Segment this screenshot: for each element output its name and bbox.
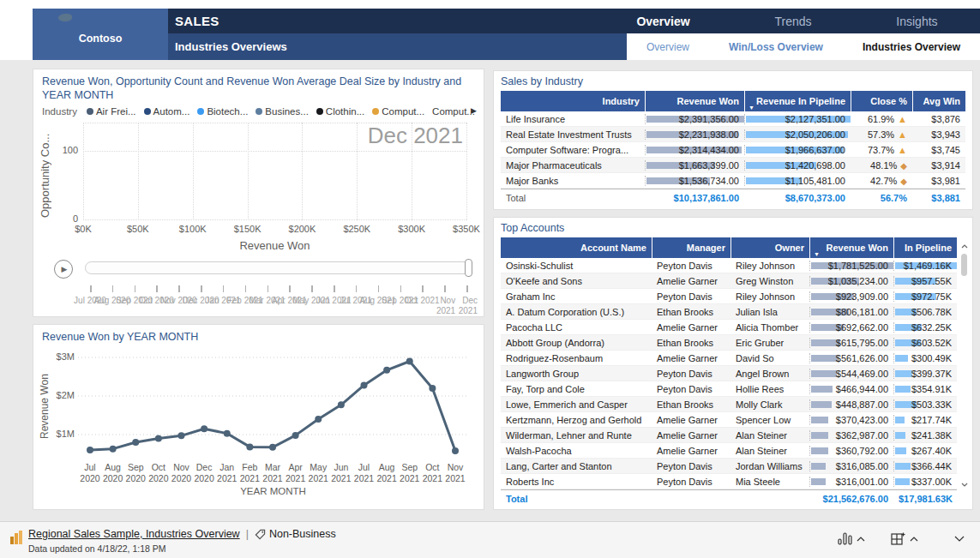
table-row[interactable]: Kertzmann, Herzog and GerholdAmelie Garn… [501, 412, 957, 428]
pipe-value: $1,420,698.00 [785, 160, 845, 171]
table-header-row: Account NameManagerOwnerRevenue Won▼In P… [501, 237, 957, 258]
table-row[interactable]: Real Estate Investment Trusts$2,231,938.… [501, 127, 965, 142]
line-data-point[interactable] [383, 367, 390, 374]
avg-win-cell: $3,914 [912, 160, 965, 171]
line-plot-area[interactable] [78, 347, 468, 460]
table-row[interactable]: Wilderman, Lehner and RunteAmelie Garner… [501, 428, 957, 443]
account-name-cell: Graham Inc [501, 291, 652, 302]
won-value: $1,035,234.00 [828, 276, 888, 286]
won-value: $2,231,938.00 [679, 129, 739, 140]
sub-tab-industries-overview[interactable]: Industries Overview [863, 41, 960, 53]
column-header-revenue-won[interactable]: Revenue Won▼ [809, 237, 893, 258]
line-data-point[interactable] [87, 447, 93, 453]
scroll-up-icon[interactable] [959, 242, 970, 250]
sub-tab-win-loss-overview[interactable]: Win/Loss Overview [729, 41, 823, 53]
pipe-cell: $1,966,637.00 [744, 145, 851, 155]
line-data-point[interactable] [132, 439, 139, 446]
data-bar-pipe [895, 370, 912, 377]
table-row[interactable]: O'Keefe and SonsAmelie GarnerGreg Winsto… [501, 273, 957, 289]
table-row[interactable]: A. Datum Corporation (U.S.)Ethan BrooksJ… [501, 304, 957, 320]
table-row[interactable]: Computer Software: Progra...$2,314,434.0… [501, 142, 965, 158]
total-label: Total [501, 494, 652, 504]
column-header-owner[interactable]: Owner [730, 237, 809, 258]
table-row[interactable]: Lang, Carter and StantonPeyton DavisJord… [501, 459, 957, 474]
total-pipeline: $17,981.63K [893, 494, 957, 504]
line-data-point[interactable] [452, 447, 459, 454]
legend-item[interactable]: Biotech... [197, 106, 248, 117]
manager-cell: Peyton Davis [652, 461, 730, 471]
table-row[interactable]: Major Pharmaceuticals$1,663,399.00$1,420… [501, 158, 965, 173]
column-header-manager[interactable]: Manager [652, 237, 730, 258]
play-axis-slider-handle[interactable] [465, 259, 472, 277]
scroll-down-icon[interactable] [959, 480, 970, 489]
legend-item[interactable]: Busines... [256, 106, 309, 117]
top-tab-overview[interactable]: Overview [636, 15, 689, 28]
top-tab-insights[interactable]: Insights [896, 15, 937, 28]
line-data-point[interactable] [224, 430, 231, 437]
avg-win-cell: $3,745 [912, 145, 965, 155]
line-data-point[interactable] [178, 432, 185, 439]
table-row[interactable]: Life Insurance$2,391,356.00$2,127,351.00… [501, 111, 965, 127]
column-header-revenue-won[interactable]: Revenue Won [645, 91, 744, 111]
table-row[interactable]: Roberts IncPeyton DavisMia Steele$316,00… [501, 474, 957, 489]
collapse-footer-button[interactable] [954, 536, 965, 542]
play-axis-slider-track[interactable] [85, 261, 472, 274]
owner-cell: Riley Johnson [730, 291, 809, 302]
line-data-point[interactable] [292, 432, 299, 439]
legend-item[interactable]: Clothin... [316, 106, 364, 117]
line-data-point[interactable] [269, 444, 276, 451]
line-data-point[interactable] [429, 385, 436, 392]
table-row[interactable]: Langworth GroupPeyton DavisAngel Brown$5… [501, 366, 957, 381]
legend-item[interactable]: Comput... [372, 106, 424, 117]
legend-item[interactable]: Comput... [432, 106, 475, 117]
table-row[interactable]: Rodriguez-RosenbaumAmelie GarnerDavid So… [501, 351, 957, 366]
top-tab-trends[interactable]: Trends [774, 15, 811, 28]
report-title-link[interactable]: Regional Sales Sample, Industries Overvi… [28, 528, 240, 540]
legend-item[interactable]: Air Frei... [87, 106, 136, 117]
owner-cell: Hollie Rees [730, 384, 809, 394]
scatter-plot-area[interactable]: Dec 2021 [83, 123, 466, 220]
table-row[interactable]: Lowe, Emmerich and CasperEthan BrooksMol… [501, 397, 957, 412]
close-pct-cell: 48.1%◆ [851, 160, 912, 171]
add-visual-button[interactable] [891, 532, 918, 545]
table-row[interactable]: Fay, Torp and ColePeyton DavisHollie Ree… [501, 381, 957, 397]
line-data-point[interactable] [406, 358, 413, 365]
line-data-point[interactable] [201, 425, 207, 432]
legend-scroll-right-icon[interactable]: ▶ [471, 106, 477, 115]
data-bar-pipe [895, 417, 905, 423]
grid-plus-icon [891, 532, 905, 545]
table-row[interactable]: Walsh-PacochaAmelie GarnerAlan Steiner$3… [501, 443, 957, 459]
data-bar-won [811, 478, 826, 485]
table-row[interactable]: Pacocha LLCAmelie GarnerAlicia Thomber$6… [501, 320, 957, 335]
line-data-point[interactable] [361, 381, 368, 388]
column-header-revenue-in-pipeline[interactable]: Revenue In Pipeline▼ [744, 91, 851, 111]
line-data-point[interactable] [155, 435, 162, 442]
scrollbar-thumb[interactable] [961, 254, 967, 276]
scatter-gridline-v [138, 123, 139, 220]
play-button[interactable]: ▶ [54, 260, 73, 279]
line-data-point[interactable] [246, 443, 253, 450]
line-data-point[interactable] [315, 416, 322, 423]
legend-item[interactable]: Autom... [144, 106, 190, 117]
play-axis-frame-label: Dec 2021 [368, 123, 463, 149]
line-data-point[interactable] [110, 446, 117, 453]
industry-cell: Life Insurance [501, 114, 645, 124]
visuals-menu-button[interactable] [838, 532, 865, 545]
line-data-point[interactable] [338, 401, 345, 408]
owner-cell: David So [730, 353, 809, 363]
column-header-in-pipeline[interactable]: In Pipeline [893, 237, 957, 258]
table-row[interactable]: Major Banks$1,536,734.00$1,105,481.0042.… [501, 173, 965, 189]
column-header-account-name[interactable]: Account Name [501, 237, 652, 258]
column-header-close-%[interactable]: Close % [851, 91, 912, 111]
line-chart-svg [78, 347, 468, 460]
table-scrollbar[interactable] [959, 242, 970, 489]
app-title: SALES [168, 14, 219, 28]
play-axis-tick [156, 285, 158, 292]
table-row[interactable]: Graham IncPeyton DavisRiley Johnson$923,… [501, 289, 957, 304]
table-row[interactable]: Osinski-SchulistPeyton DavisRiley Johnso… [501, 258, 957, 273]
column-header-industry[interactable]: Industry [501, 91, 645, 111]
column-header-avg-win[interactable]: Avg Win [912, 91, 965, 111]
table-row[interactable]: Abbott Group (Andorra)Ethan BrooksEric G… [501, 335, 957, 351]
sub-tab-overview[interactable]: Overview [646, 41, 689, 53]
manager-cell: Peyton Davis [652, 369, 730, 379]
